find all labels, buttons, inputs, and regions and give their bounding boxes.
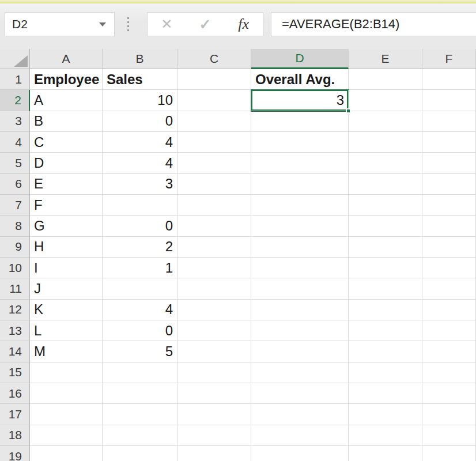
cell-E18[interactable] <box>349 425 422 446</box>
cell-B14[interactable]: 5 <box>103 341 177 362</box>
cell-A11[interactable]: J <box>30 278 103 299</box>
row-header-12[interactable]: 12 <box>0 300 30 320</box>
cell-C18[interactable] <box>177 425 251 446</box>
cell-A10[interactable]: I <box>30 258 103 278</box>
cell-C2[interactable] <box>177 90 251 111</box>
cell-B5[interactable]: 4 <box>103 153 177 173</box>
cell-E12[interactable] <box>349 300 422 320</box>
cell-F1[interactable] <box>422 69 476 90</box>
row-header-7[interactable]: 7 <box>0 195 30 216</box>
cell-C8[interactable] <box>177 216 251 236</box>
cell-B18[interactable] <box>103 425 177 446</box>
row-header-10[interactable]: 10 <box>0 258 30 278</box>
cell-B4[interactable]: 4 <box>103 132 177 153</box>
cell-A13[interactable]: L <box>30 320 103 341</box>
row-header-19[interactable]: 19 <box>0 446 30 461</box>
cell-C10[interactable] <box>177 258 251 278</box>
cell-F14[interactable] <box>422 341 476 362</box>
cell-B1[interactable]: Sales <box>103 69 177 90</box>
cell-F7[interactable] <box>422 195 476 216</box>
cell-D2[interactable]: 3 <box>251 90 349 111</box>
row-header-13[interactable]: 13 <box>0 320 30 341</box>
cell-C6[interactable] <box>177 174 251 195</box>
cell-E9[interactable] <box>349 237 422 258</box>
cell-E10[interactable] <box>349 258 422 278</box>
column-header-D[interactable]: D <box>251 49 349 69</box>
cell-B7[interactable] <box>103 195 177 216</box>
cell-A8[interactable]: G <box>30 216 103 236</box>
cell-B13[interactable]: 0 <box>103 320 177 341</box>
cell-F10[interactable] <box>422 258 476 278</box>
cell-D13[interactable] <box>251 320 349 341</box>
cell-A19[interactable] <box>30 446 103 461</box>
cell-F12[interactable] <box>422 300 476 320</box>
cell-E6[interactable] <box>349 174 422 195</box>
cell-B10[interactable]: 1 <box>103 258 177 278</box>
cell-D9[interactable] <box>251 237 349 258</box>
cell-E8[interactable] <box>349 216 422 236</box>
cell-F8[interactable] <box>422 216 476 236</box>
cell-D1[interactable]: Overall Avg. <box>251 69 349 90</box>
cell-D12[interactable] <box>251 300 349 320</box>
row-header-11[interactable]: 11 <box>0 278 30 299</box>
cell-E4[interactable] <box>349 132 422 153</box>
cell-D14[interactable] <box>251 341 349 362</box>
cell-F19[interactable] <box>422 446 476 461</box>
insert-function-button[interactable]: fx <box>228 13 260 36</box>
cell-F17[interactable] <box>422 404 476 425</box>
cell-E17[interactable] <box>349 404 422 425</box>
row-header-5[interactable]: 5 <box>0 153 30 173</box>
cell-F9[interactable] <box>422 237 476 258</box>
cell-D11[interactable] <box>251 278 349 299</box>
cell-A7[interactable]: F <box>30 195 103 216</box>
column-header-B[interactable]: B <box>103 49 177 69</box>
column-header-E[interactable]: E <box>349 49 422 69</box>
row-header-16[interactable]: 16 <box>0 383 30 404</box>
cell-C11[interactable] <box>177 278 251 299</box>
select-all-button[interactable] <box>0 49 30 69</box>
row-header-9[interactable]: 9 <box>0 237 30 258</box>
cell-B2[interactable]: 10 <box>103 90 177 111</box>
cell-E11[interactable] <box>349 278 422 299</box>
cell-D4[interactable] <box>251 132 349 153</box>
row-header-8[interactable]: 8 <box>0 216 30 236</box>
cell-A1[interactable]: Employee <box>30 69 103 90</box>
cell-D5[interactable] <box>251 153 349 173</box>
cell-C3[interactable] <box>177 111 251 132</box>
cell-B6[interactable]: 3 <box>103 174 177 195</box>
cell-A9[interactable]: H <box>30 237 103 258</box>
cell-B3[interactable]: 0 <box>103 111 177 132</box>
cell-A6[interactable]: E <box>30 174 103 195</box>
row-header-3[interactable]: 3 <box>0 111 30 132</box>
cell-B19[interactable] <box>103 446 177 461</box>
cancel-button[interactable]: ✕ <box>150 13 183 36</box>
cell-A17[interactable] <box>30 404 103 425</box>
cell-C13[interactable] <box>177 320 251 341</box>
cell-C9[interactable] <box>177 237 251 258</box>
row-header-17[interactable]: 17 <box>0 404 30 425</box>
name-box[interactable]: D2 <box>5 12 115 36</box>
cell-A18[interactable] <box>30 425 103 446</box>
column-header-F[interactable]: F <box>422 49 476 69</box>
cell-A2[interactable]: A <box>30 90 103 111</box>
cell-E5[interactable] <box>349 153 422 173</box>
cell-E3[interactable] <box>349 111 422 132</box>
formula-bar-splitter[interactable] <box>123 12 133 36</box>
cell-B17[interactable] <box>103 404 177 425</box>
cell-C17[interactable] <box>177 404 251 425</box>
fill-handle[interactable] <box>346 108 351 114</box>
column-header-A[interactable]: A <box>30 49 103 69</box>
caret-down-icon[interactable] <box>99 22 106 27</box>
cell-F11[interactable] <box>422 278 476 299</box>
cell-F16[interactable] <box>422 383 476 404</box>
cell-A12[interactable]: K <box>30 300 103 320</box>
cell-B16[interactable] <box>103 383 177 404</box>
cell-B11[interactable] <box>103 278 177 299</box>
cell-E19[interactable] <box>349 446 422 461</box>
cell-C4[interactable] <box>177 132 251 153</box>
row-header-2[interactable]: 2 <box>0 90 30 111</box>
cell-D7[interactable] <box>251 195 349 216</box>
cell-D10[interactable] <box>251 258 349 278</box>
cell-F5[interactable] <box>422 153 476 173</box>
cell-A15[interactable] <box>30 362 103 383</box>
